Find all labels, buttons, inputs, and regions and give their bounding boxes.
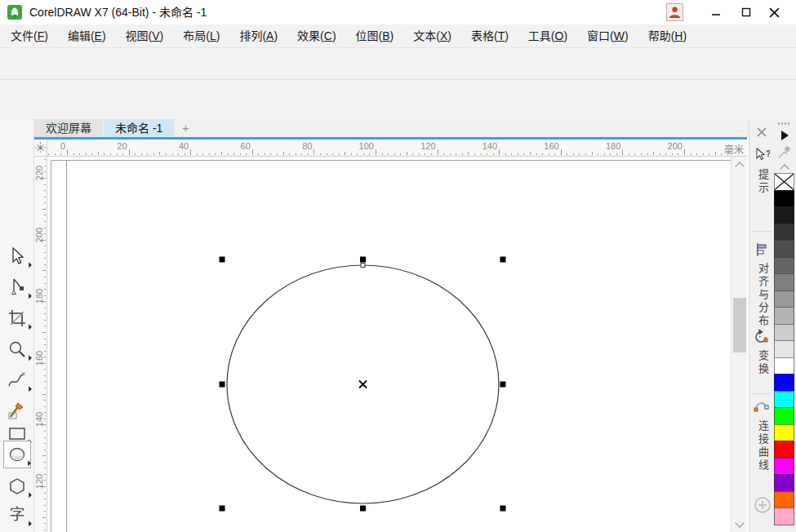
menu-v[interactable]: 视图(V) <box>116 24 174 47</box>
menu-e[interactable]: 编辑(E) <box>58 24 116 47</box>
palette-swatch-40-black[interactable] <box>774 290 794 308</box>
menu-bar: 文件(F)编辑(E)视图(V)布局(L)排列(A)效果(C)位图(B)文本(X)… <box>0 24 796 47</box>
palette-swatch-orange[interactable] <box>774 491 794 509</box>
scrollbar-thumb[interactable] <box>733 298 746 352</box>
transform-docker-icon <box>754 329 770 345</box>
add-docker-button[interactable] <box>754 496 772 514</box>
menu-b[interactable]: 位图(B) <box>346 24 404 47</box>
v-ruler-label: 140 <box>34 410 44 429</box>
docker-tab-hints[interactable]: 提示 <box>755 169 771 195</box>
palette-swatch-90-black[interactable] <box>774 206 794 224</box>
palette-swatch-pink[interactable] <box>774 508 794 525</box>
color-palette <box>773 119 796 532</box>
vertical-scrollbar[interactable] <box>731 157 747 532</box>
palette-scroll-up-button[interactable] <box>778 163 791 171</box>
docker-separator <box>753 393 771 394</box>
zoom-tool[interactable] <box>7 339 28 360</box>
palette-swatch-white[interactable] <box>774 357 794 375</box>
menu-x[interactable]: 文本(X) <box>403 24 461 47</box>
palette-flyout-icon[interactable] <box>781 131 789 140</box>
palette-swatch-50-black[interactable] <box>774 273 794 291</box>
vertical-ruler[interactable]: 220200180160140120 <box>34 157 47 532</box>
freehand-tool[interactable] <box>7 370 28 391</box>
tab-untitled-label: 未命名 -1 <box>115 122 162 135</box>
scroll-up-button[interactable] <box>732 157 748 172</box>
palette-swatch-20-black[interactable] <box>774 324 794 342</box>
h-ruler-label: 140 <box>478 141 497 151</box>
polygon-tool[interactable] <box>7 476 28 497</box>
h-ruler-label: 100 <box>354 141 374 151</box>
v-ruler-label: 220 <box>34 163 44 183</box>
title-bar: CorelDRAW X7 (64-Bit) - 未命名 -1 <box>0 0 796 24</box>
docker-separator <box>753 231 771 232</box>
text-tool[interactable]: 字 <box>7 504 28 525</box>
palette-eyedropper-icon <box>776 144 793 160</box>
h-ruler-label: 200 <box>663 141 683 151</box>
palette-swatch-red[interactable] <box>774 441 794 459</box>
toolbox: 字 <box>0 119 34 532</box>
h-ruler-label: 80 <box>292 141 312 151</box>
drawing-canvas[interactable] <box>47 157 731 532</box>
menu-a[interactable]: 排列(A) <box>229 24 287 47</box>
artistic-media-tool[interactable] <box>7 400 28 421</box>
menu-c[interactable]: 效果(C) <box>287 24 345 47</box>
palette-drag-handle[interactable] <box>778 122 791 125</box>
h-ruler-label: 40 <box>169 141 189 151</box>
property-bar: X: Y: % % ° » <box>0 79 796 119</box>
tab-welcome-label: 欢迎屏幕 <box>46 122 91 135</box>
palette-swatch-60-black[interactable] <box>774 257 794 275</box>
palette-swatch-green[interactable] <box>774 407 794 425</box>
menu-t[interactable]: 表格(T) <box>461 24 518 47</box>
close-button[interactable] <box>762 2 786 23</box>
standard-toolbar: PDF 100% 贴齐(T) » <box>0 47 796 79</box>
align-distribute-docker-icon <box>754 242 770 258</box>
connect-curves-docker-icon <box>754 398 770 415</box>
coreldraw-logo-icon <box>7 5 22 20</box>
tab-untitled-1[interactable]: 未命名 -1 <box>104 119 174 137</box>
palette-swatch-70-black[interactable] <box>774 240 794 258</box>
color-palette-swatches <box>774 174 795 525</box>
menu-w[interactable]: 窗口(W) <box>577 24 638 47</box>
palette-swatch-10-black[interactable] <box>774 340 794 358</box>
v-ruler-label: 200 <box>34 225 44 245</box>
palette-swatch-cyan[interactable] <box>774 391 794 409</box>
palette-swatch-80-black[interactable] <box>774 224 794 242</box>
palette-swatch-yellow[interactable] <box>774 424 794 442</box>
pick-tool[interactable] <box>7 246 28 267</box>
docker-tab-transform[interactable]: 变换 <box>755 350 771 376</box>
palette-swatch-black[interactable] <box>774 190 794 208</box>
menu-h[interactable]: 帮助(H) <box>638 24 696 47</box>
shape-tool[interactable] <box>7 277 28 298</box>
ellipse-tool-selected[interactable] <box>3 441 31 468</box>
h-ruler-label: 0 <box>47 141 65 151</box>
new-document-tab-button[interactable]: + <box>175 119 196 137</box>
palette-swatch-purple[interactable] <box>774 474 794 492</box>
window-title: CorelDRAW X7 (64-Bit) - 未命名 -1 <box>29 0 207 24</box>
scroll-down-button[interactable] <box>732 516 748 532</box>
h-ruler-label: 60 <box>231 141 251 151</box>
menu-f[interactable]: 文件(F) <box>1 24 58 47</box>
menu-o[interactable]: 工具(O) <box>518 24 577 47</box>
menu-l[interactable]: 布局(L) <box>173 24 229 47</box>
ruler-origin-button[interactable] <box>34 140 47 157</box>
docker-tab-connect-curves[interactable]: 连接曲线 <box>755 420 771 472</box>
v-ruler-label: 160 <box>34 348 44 368</box>
h-ruler-label: 180 <box>601 141 620 151</box>
account-icon[interactable] <box>666 3 683 21</box>
v-ruler-label: 180 <box>34 286 44 306</box>
hints-docker-icon: ? <box>754 147 770 163</box>
v-ruler-label: 120 <box>34 472 44 491</box>
tab-welcome-screen[interactable]: 欢迎屏幕 <box>34 119 103 137</box>
horizontal-ruler[interactable]: 毫米 020406080100120140160180200 <box>47 140 747 157</box>
h-ruler-label: 20 <box>108 141 127 151</box>
ellipse-top-node[interactable] <box>361 264 365 268</box>
docker-close-icon[interactable] <box>755 126 768 139</box>
palette-swatch-blue[interactable] <box>774 374 794 392</box>
document-tab-bar: 欢迎屏幕 未命名 -1 + <box>34 119 749 137</box>
crop-tool[interactable] <box>7 308 28 329</box>
palette-swatch-30-black[interactable] <box>774 307 794 325</box>
palette-swatch-no-color[interactable] <box>774 173 794 191</box>
maximize-button[interactable] <box>734 2 758 23</box>
palette-swatch-magenta[interactable] <box>774 458 794 476</box>
minimize-button[interactable] <box>704 2 728 23</box>
